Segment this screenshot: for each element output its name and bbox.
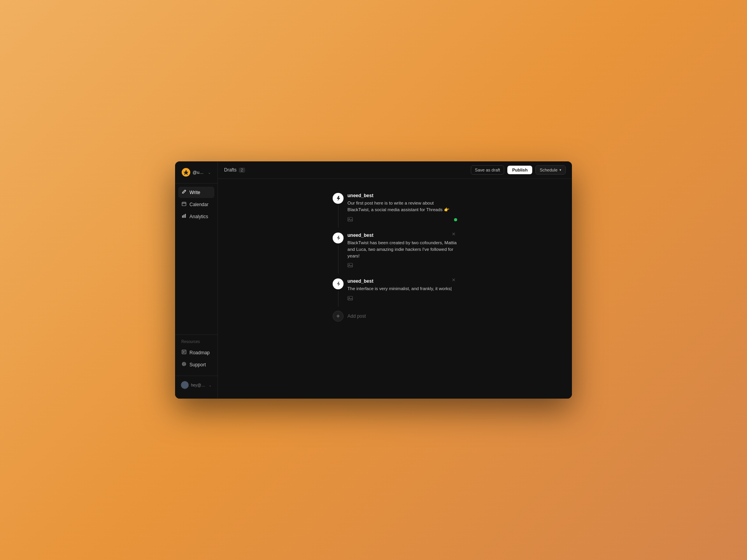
add-post-row[interactable]: + Add post [333, 307, 457, 326]
sidebar-item-calendar[interactable]: Calendar [178, 199, 214, 210]
post-username-1: uneed_best [347, 193, 457, 198]
app-window: @uneed_best ⌄ Write [175, 161, 572, 399]
sidebar-top: @uneed_best ⌄ [175, 166, 217, 184]
sidebar-nav: Write Calendar [175, 187, 217, 334]
post-body-3: uneed_best The interface is very minimal… [347, 278, 457, 302]
topbar: Drafts 2 Save as draft Publish Schedule … [218, 161, 572, 179]
add-post-label: Add post [347, 313, 366, 319]
post-username-3: uneed_best [347, 278, 457, 284]
calendar-icon [181, 201, 187, 207]
drafts-badge: Drafts 2 [224, 167, 245, 173]
post-footer-3 [347, 296, 457, 302]
post-username-2: uneed_best [347, 233, 457, 238]
schedule-button[interactable]: Schedule ▾ [535, 165, 566, 175]
editor-area[interactable]: uneed_best Our first post here is to wri… [218, 179, 572, 399]
image-icon-2[interactable] [347, 262, 353, 269]
svg-rect-19 [348, 217, 352, 221]
add-post-button[interactable]: + [333, 311, 344, 322]
schedule-label: Schedule [540, 168, 558, 172]
post-body-1: uneed_best Our first post here is to wri… [347, 193, 457, 223]
post-avatar-1 [333, 193, 344, 204]
post-card-2: ✕ uneed_best BlackTwist has been created… [333, 228, 457, 274]
close-post-2-button[interactable]: ✕ [450, 231, 457, 237]
post-card-3: ✕ uneed_best The interface is very minim… [333, 274, 457, 306]
post-footer-1 [347, 217, 457, 223]
svg-rect-8 [185, 214, 186, 218]
post-text-2[interactable]: BlackTwist has been created by two cofou… [347, 240, 457, 260]
close-post-3-button[interactable]: ✕ [450, 277, 457, 283]
support-icon [181, 362, 187, 368]
sidebar-item-write[interactable]: Write [178, 187, 214, 198]
sidebar: @uneed_best ⌄ Write [175, 161, 218, 399]
post-text-1[interactable]: Our first post here is to write a review… [347, 200, 457, 214]
sidebar-item-roadmap[interactable]: Roadmap [178, 347, 214, 358]
user-account[interactable]: hey@thomas-sardis.com ⌄ [178, 379, 214, 391]
post-avatar-2 [333, 233, 344, 243]
account-selector[interactable]: @uneed_best ⌄ [179, 166, 214, 178]
svg-rect-2 [182, 202, 186, 206]
post-body-2: uneed_best BlackTwist has been created b… [347, 233, 457, 270]
save-draft-button[interactable]: Save as draft [471, 165, 505, 175]
post-footer-2 [347, 262, 457, 269]
posts-container: uneed_best Our first post here is to wri… [333, 188, 457, 326]
svg-rect-23 [348, 296, 352, 300]
main-content: Drafts 2 Save as draft Publish Schedule … [218, 161, 572, 399]
topbar-actions: Save as draft Publish Schedule ▾ [471, 165, 566, 175]
sidebar-resources: Resources Roadmap [175, 334, 217, 374]
svg-rect-21 [348, 263, 352, 267]
schedule-chevron-icon: ▾ [559, 168, 561, 172]
image-icon-1[interactable] [347, 217, 353, 223]
svg-point-20 [349, 218, 349, 219]
svg-line-16 [184, 364, 185, 365]
account-name: @uneed_best [193, 170, 205, 175]
sidebar-item-support[interactable]: Support [178, 359, 214, 370]
drafts-count: 2 [239, 168, 245, 173]
drafts-label: Drafts [224, 167, 237, 173]
svg-line-15 [183, 363, 184, 364]
sidebar-footer: hey@thomas-sardis.com ⌄ [175, 376, 217, 394]
resources-label: Resources [178, 338, 214, 345]
write-icon [181, 189, 187, 195]
svg-line-17 [184, 363, 185, 364]
analytics-icon [181, 214, 187, 219]
char-indicator-1 [454, 218, 457, 221]
post-card-1: uneed_best Our first post here is to wri… [333, 188, 457, 228]
post-text-3[interactable]: The interface is very minimalist, and fr… [347, 285, 457, 292]
publish-button[interactable]: Publish [507, 166, 532, 174]
account-avatar [182, 168, 190, 177]
sidebar-item-roadmap-label: Roadmap [189, 350, 210, 355]
svg-point-13 [182, 362, 186, 366]
svg-rect-6 [182, 215, 183, 218]
svg-rect-7 [184, 215, 185, 218]
user-email: hey@thomas-sardis.com [191, 383, 206, 387]
svg-line-18 [183, 364, 184, 365]
user-chevron-icon: ⌄ [209, 383, 212, 387]
sidebar-item-support-label: Support [189, 362, 206, 368]
sidebar-item-calendar-label: Calendar [189, 202, 209, 207]
image-icon-3[interactable] [347, 296, 353, 302]
user-avatar [181, 381, 189, 389]
svg-point-24 [349, 297, 349, 298]
sidebar-item-analytics-label: Analytics [189, 214, 208, 219]
svg-point-22 [349, 264, 349, 265]
post-avatar-3 [333, 278, 344, 289]
roadmap-icon [181, 350, 187, 355]
account-chevron-icon: ⌄ [208, 170, 211, 175]
sidebar-item-write-label: Write [189, 190, 200, 195]
sidebar-item-analytics[interactable]: Analytics [178, 211, 214, 222]
